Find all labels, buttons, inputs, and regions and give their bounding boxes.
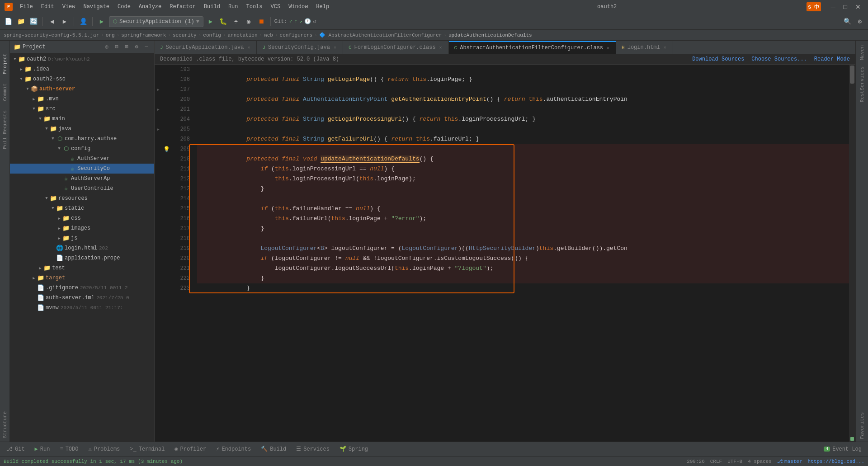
menu-refactor[interactable]: Refactor (166, 3, 199, 11)
menu-file[interactable]: File (16, 3, 37, 11)
tree-item-package[interactable]: ▼ ⬡ com.harry.authse (10, 134, 154, 144)
profiler-button[interactable]: ◉ Profiler (170, 443, 211, 455)
menu-window[interactable]: Window (285, 3, 311, 11)
sync-button[interactable]: 🔄 (28, 16, 39, 27)
new-file-button[interactable]: 📄 (3, 16, 14, 27)
menu-help[interactable]: Help (312, 3, 333, 11)
menu-vcs[interactable]: VCS (267, 3, 284, 11)
sidebar-label-structure[interactable]: Structure (0, 408, 9, 442)
tree-item-css[interactable]: ▶ 📁 css (10, 213, 154, 223)
tab-close-button5[interactable]: ✕ (663, 44, 667, 51)
menu-navigate[interactable]: Navigate (80, 3, 113, 11)
sidebar-label-commit[interactable]: Commit (0, 80, 9, 105)
git-history-icon[interactable]: 🕐 (304, 18, 311, 25)
indent[interactable]: 4 spaces (748, 458, 772, 464)
tree-item-js[interactable]: ▶ 📁 js (10, 233, 154, 243)
menu-code[interactable]: Code (114, 3, 134, 11)
menu-build[interactable]: Build (200, 3, 224, 11)
panel-expand-button[interactable]: ⊞ (123, 43, 131, 51)
spring-button[interactable]: 🌱 Spring (335, 443, 373, 455)
line-sep[interactable]: CRLF (710, 458, 722, 464)
tree-item-loginhtml[interactable]: 🌐 login.html 202 (10, 243, 154, 253)
event-log-button[interactable]: 4 Event Log (819, 443, 866, 455)
breadcrumb-security[interactable]: security (173, 33, 197, 38)
download-sources-link[interactable]: Download Sources (692, 56, 744, 62)
tab-close-button2[interactable]: ✕ (333, 44, 337, 51)
panel-collapse-button[interactable]: ⊟ (113, 43, 121, 51)
tree-item-target[interactable]: ▶ 📁 target (10, 273, 154, 283)
tree-item-config[interactable]: ▼ ⬡ config (10, 144, 154, 154)
tab-security-application[interactable]: J SecurityApplication.java ✕ (155, 41, 257, 54)
run-config-combo[interactable]: ⬡ SecurityApplication (1) ▼ (109, 16, 203, 27)
breadcrumb-jar[interactable]: spring-security-config-5.5.1.jar (4, 33, 99, 38)
back-button[interactable]: ◀ (47, 16, 57, 27)
minimize-button[interactable]: ─ (828, 3, 838, 10)
services-button[interactable]: ☰ Services (292, 443, 334, 455)
encoding[interactable]: UTF-8 (727, 458, 742, 464)
open-button[interactable]: 📁 (15, 16, 26, 27)
breadcrumb-class[interactable]: 🔷 AbstractAuthenticationFilterConfigurer (319, 32, 442, 38)
scrollbar-thumb[interactable] (850, 66, 854, 84)
tree-item-authserver[interactable]: ▼ 📦 auth-server (10, 84, 154, 94)
user-button[interactable]: 👤 (78, 16, 89, 27)
intention-bulb[interactable]: 💡 (163, 146, 170, 153)
menu-run[interactable]: Run (225, 3, 242, 11)
tree-item-static[interactable]: ▼ 📁 static (10, 203, 154, 213)
breadcrumb-configurers[interactable]: configurers (280, 33, 313, 38)
tree-item-authserverconfig[interactable]: ☕ AuthServer (10, 154, 154, 164)
run-bottom-button[interactable]: ▶ Run (30, 443, 55, 455)
tree-item-appprops[interactable]: 📄 application.prope (10, 253, 154, 263)
tree-item-images[interactable]: ▶ 📁 images (10, 223, 154, 233)
choose-sources-link[interactable]: Choose Sources... (751, 56, 807, 62)
tree-item-usercontroller[interactable]: ☕ UserControlle (10, 184, 154, 193)
search-everywhere-button[interactable]: 🔍 (842, 16, 853, 27)
settings-button[interactable]: ⚙ (854, 16, 865, 27)
tree-item-iml[interactable]: 📄 auth-server.iml 2021/7/25 0 (10, 293, 154, 303)
reader-mode-link[interactable]: Reader Mode (814, 56, 850, 62)
tree-item-oauth2sso[interactable]: ▼ 📁 oauth2-sso (10, 74, 154, 84)
build-button[interactable]: 🔨 Build (256, 443, 291, 455)
tab-close-button4[interactable]: ✕ (606, 45, 610, 51)
git-branch[interactable]: ⎇ master (777, 458, 802, 464)
profile-button[interactable]: ◉ (243, 16, 254, 27)
build-status[interactable]: Build completed successfully in 1 sec, 1… (4, 459, 183, 464)
tree-item-root[interactable]: ▼ 📁 oauth2 D:\work\oauth2 (10, 54, 154, 64)
tree-item-idea[interactable]: ▶ 📁 .idea (10, 64, 154, 74)
tree-item-src[interactable]: ▼ 📁 src (10, 104, 154, 114)
project-tree[interactable]: ▼ 📁 oauth2 D:\work\oauth2 ▶ 📁 .idea ▼ 📁 … (10, 53, 154, 442)
tab-close-button3[interactable]: ✕ (439, 44, 443, 51)
menu-analyze[interactable]: Analyze (135, 3, 165, 11)
sidebar-label-favorites[interactable]: Favorites (858, 410, 867, 442)
panel-locate-button[interactable]: ◎ (103, 43, 111, 51)
fold-icon-201[interactable]: ▶ (157, 107, 159, 112)
sidebar-label-project[interactable]: Project (0, 50, 9, 78)
git-refresh-icon[interactable]: ↺ (313, 18, 316, 25)
fold-icon-205[interactable]: ▶ (157, 127, 159, 132)
coverage-button[interactable]: ☂ (231, 16, 241, 27)
breadcrumb-web[interactable]: web (264, 33, 273, 38)
forward-button[interactable]: ▶ (59, 16, 70, 27)
todo-button[interactable]: ≡ TODO (55, 443, 83, 455)
debug-button[interactable]: 🐛 (218, 16, 229, 27)
bulb-icon-209[interactable]: 💡 (162, 144, 171, 154)
menu-view[interactable]: View (59, 3, 79, 11)
endpoints-button[interactable]: ⚡ Endpoints (212, 443, 255, 455)
tree-item-java[interactable]: ▼ 📁 java (10, 124, 154, 134)
tree-item-securityconfig[interactable]: ☕ SecurityCo (10, 164, 154, 174)
tree-item-test[interactable]: ▶ 📁 test (10, 263, 154, 273)
scrollbar-track[interactable] (849, 65, 855, 442)
maximize-button[interactable]: □ (841, 3, 850, 10)
https-link[interactable]: https://blog.csd... (808, 458, 864, 464)
menu-edit[interactable]: Edit (38, 3, 58, 11)
sidebar-label-restservices[interactable]: RestServices (858, 64, 867, 105)
terminal-button[interactable]: >_ Terminal (125, 443, 169, 455)
git-button[interactable]: ⎇ Git (2, 443, 29, 455)
run-button[interactable]: ▶ (205, 16, 216, 27)
tree-item-mvn[interactable]: ▶ 📁 .mvn (10, 94, 154, 104)
sidebar-label-maven[interactable]: Maven (858, 42, 867, 63)
panel-minimize-button[interactable]: — (142, 43, 151, 51)
breadcrumb-config[interactable]: config (203, 33, 221, 38)
fold-icon-197[interactable]: ▶ (157, 87, 159, 92)
panel-settings-button[interactable]: ⚙ (132, 43, 141, 51)
breadcrumb-org[interactable]: org (106, 33, 115, 38)
